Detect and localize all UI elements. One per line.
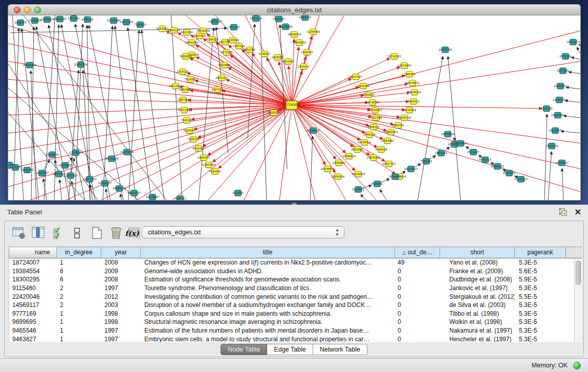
network-node[interactable]: 5572314: [252, 15, 259, 21]
network-node[interactable]: 7524502: [187, 76, 194, 82]
network-node[interactable]: 26306596: [26, 62, 33, 68]
network-node[interactable]: 10453017: [558, 160, 565, 166]
network-node[interactable]: 9163822: [159, 26, 166, 32]
network-node[interactable]: 11544903: [406, 107, 413, 113]
network-node[interactable]: 8813054: [275, 16, 282, 22]
select-checklist-icon[interactable]: [52, 226, 67, 241]
tab-network-table[interactable]: Network Table: [313, 344, 367, 355]
table-row[interactable]: 946554611997Estimation of the future num…: [9, 326, 581, 335]
network-node[interactable]: 13654194: [334, 173, 341, 180]
network-node[interactable]: 15124818: [355, 171, 362, 177]
network-node[interactable]: 10365814: [457, 140, 464, 146]
network-node[interactable]: 10719184: [110, 17, 117, 24]
network-node[interactable]: 10996953: [387, 129, 395, 135]
network-node[interactable]: 9464612: [410, 98, 417, 104]
table-scrollbar[interactable]: [574, 258, 582, 343]
network-node[interactable]: 9146821: [261, 51, 268, 57]
network-node[interactable]: 2146546: [229, 37, 236, 43]
column-header-pagerank[interactable]: pagerank: [514, 247, 565, 258]
network-node[interactable]: 15434505: [310, 127, 317, 134]
table-row[interactable]: 911546021997Tourette syndrome. Phenomeno…: [9, 284, 581, 293]
function-icon[interactable]: f(x): [123, 226, 141, 241]
network-node[interactable]: 8660128: [170, 27, 178, 33]
network-node[interactable]: 12045012: [517, 176, 525, 182]
network-node[interactable]: 8454749: [246, 47, 253, 53]
network-node[interactable]: 9994502: [391, 173, 399, 180]
network-node[interactable]: 20206535: [49, 151, 56, 158]
network-node[interactable]: 19734783: [390, 53, 398, 59]
network-node[interactable]: 8895793: [395, 122, 402, 128]
network-node[interactable]: 17957223: [86, 176, 93, 182]
network-window-titlebar[interactable]: citations_edges.txt: [8, 4, 581, 15]
network-node[interactable]: 10674873: [409, 80, 416, 86]
network-node[interactable]: 16788322: [116, 185, 123, 191]
network-node[interactable]: 7546387: [183, 117, 190, 123]
network-node[interactable]: 2367608: [235, 43, 243, 49]
network-node[interactable]: 7634455: [211, 168, 219, 174]
network-node[interactable]: 16671355: [123, 19, 130, 25]
network-node[interactable]: 9227349: [559, 68, 567, 74]
column-header-year[interactable]: year: [101, 247, 140, 258]
network-node[interactable]: 9827503: [196, 33, 203, 39]
network-node[interactable]: 1696503: [303, 49, 311, 55]
network-node[interactable]: 15248418: [324, 166, 331, 172]
network-node[interactable]: 12505113: [67, 172, 74, 179]
network-node[interactable]: 8427512: [214, 86, 221, 93]
network-node[interactable]: 18640910: [296, 39, 303, 46]
table-row[interactable]: 1830029562008Estimation of significance …: [9, 275, 581, 284]
network-node[interactable]: 18300295: [270, 110, 277, 116]
network-node[interactable]: 12676225: [370, 155, 377, 161]
network-node[interactable]: 9861344: [438, 150, 445, 156]
network-node[interactable]: 12942737: [38, 170, 46, 176]
network-node[interactable]: 16543382: [188, 39, 195, 46]
network-node[interactable]: 18325419: [291, 31, 298, 37]
network-node[interactable]: 9175685: [223, 49, 230, 55]
network-node[interactable]: 10358107: [101, 180, 108, 186]
network-node[interactable]: 27691406: [31, 17, 38, 24]
table-options-icon[interactable]: [12, 226, 27, 241]
network-node[interactable]: 1527002: [70, 15, 77, 21]
network-node[interactable]: 9594378: [301, 15, 309, 20]
network-node[interactable]: 9164504: [506, 170, 513, 176]
network-node[interactable]: 12563661: [335, 160, 342, 166]
scrollbar-thumb[interactable]: [576, 260, 581, 285]
network-node[interactable]: 16033809: [211, 18, 219, 25]
network-node[interactable]: 20053346: [77, 61, 84, 68]
network-node[interactable]: 23420046: [188, 52, 195, 58]
network-hub-node[interactable]: 1724046: [286, 100, 298, 110]
column-header-short[interactable]: short: [440, 247, 514, 258]
network-node[interactable]: 10490814: [345, 153, 353, 159]
network-node[interactable]: 9546325: [366, 132, 373, 138]
network-node[interactable]: 10246837: [149, 194, 156, 200]
network-node[interactable]: 9405573: [17, 19, 24, 26]
network-node[interactable]: 20643596: [108, 156, 115, 162]
table-select-dropdown[interactable]: citations_edges.txt ▲▼: [142, 226, 344, 238]
network-node[interactable]: 7857224: [230, 24, 237, 30]
network-node[interactable]: 16575818: [444, 131, 451, 137]
panel-splitter[interactable]: [0, 201, 588, 205]
network-node[interactable]: 17359924: [72, 149, 79, 156]
network-node[interactable]: 9242848: [221, 62, 228, 68]
network-node[interactable]: 8924502: [374, 181, 381, 187]
network-node[interactable]: 11254439: [310, 29, 317, 35]
network-node[interactable]: 1568520: [274, 54, 281, 60]
table-row[interactable]: 969969511998Structural magnetic resonanc…: [9, 318, 581, 326]
network-node[interactable]: 10167427: [352, 74, 359, 80]
network-node[interactable]: 9152594: [8, 162, 13, 168]
network-node[interactable]: 5912954: [183, 29, 190, 35]
network-node[interactable]: 9246632: [355, 186, 362, 192]
network-node[interactable]: 18224547: [130, 190, 138, 196]
table-row[interactable]: 1938455462009Genome-wide association stu…: [9, 267, 581, 276]
table-row[interactable]: 2242004622012Investigating the contribut…: [9, 292, 581, 301]
network-node[interactable]: 8915075: [12, 164, 19, 170]
network-node[interactable]: 8612457: [195, 145, 202, 151]
network-node[interactable]: 8215955: [543, 105, 550, 112]
tab-node-table[interactable]: Node Table: [221, 344, 267, 355]
network-node[interactable]: 10853247: [56, 16, 63, 22]
network-node[interactable]: 9405322: [200, 155, 207, 161]
network-node[interactable]: 11156803: [24, 167, 31, 173]
network-node[interactable]: 7515526: [137, 21, 144, 28]
network-node[interactable]: 3896810: [182, 53, 189, 59]
rows-mode-icon[interactable]: [70, 226, 85, 241]
network-node[interactable]: 8938125: [370, 124, 377, 130]
